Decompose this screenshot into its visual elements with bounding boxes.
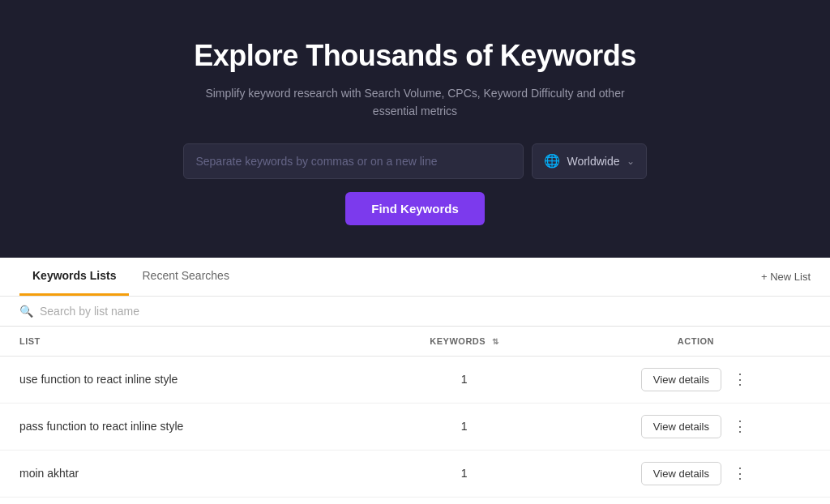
row-list-name: pass function to react inline style — [0, 403, 367, 450]
row-keywords-count: 1 — [367, 356, 562, 403]
table-row: use function to react inline style1View … — [0, 356, 830, 403]
more-options-button[interactable]: ⋮ — [729, 419, 751, 434]
globe-icon: 🌐 — [544, 153, 560, 169]
row-list-name: moin akhtar — [0, 450, 367, 497]
table-row: pass function to react inline style1View… — [0, 403, 830, 450]
keyword-input[interactable] — [183, 143, 524, 179]
table-row: moin akhtar1View details⋮ — [0, 450, 830, 497]
page-title: Explore Thousands of Keywords — [16, 39, 814, 73]
row-action-cell: View details⋮ — [562, 450, 830, 497]
more-options-button[interactable]: ⋮ — [729, 466, 751, 481]
view-details-button[interactable]: View details — [641, 462, 721, 485]
bottom-panel: Keywords Lists Recent Searches + New Lis… — [0, 258, 830, 504]
tab-keywords-lists[interactable]: Keywords Lists — [19, 258, 129, 296]
more-options-button[interactable]: ⋮ — [729, 372, 751, 387]
table-container: LIST KEYWORDS ⇅ ACTION use function to r… — [0, 327, 830, 504]
new-list-button[interactable]: + New List — [761, 271, 811, 283]
col-header-action: ACTION — [562, 327, 830, 357]
col-header-keywords[interactable]: KEYWORDS ⇅ — [367, 327, 562, 357]
region-label: Worldwide — [567, 155, 619, 168]
list-search-bar: 🔍 — [0, 297, 830, 327]
row-action-cell: View details⋮ — [562, 403, 830, 450]
row-keywords-count: 1 — [367, 497, 562, 504]
row-list-name: does sublime text have terminal — [0, 497, 367, 504]
tabs-left: Keywords Lists Recent Searches — [19, 258, 242, 296]
keywords-table: LIST KEYWORDS ⇅ ACTION use function to r… — [0, 327, 830, 504]
chevron-down-icon: ⌄ — [627, 156, 635, 167]
row-action-cell: View details⋮ — [562, 356, 830, 403]
region-dropdown[interactable]: 🌐 Worldwide ⌄ — [532, 143, 646, 179]
page-subtitle: Simplify keyword research with Search Vo… — [204, 84, 626, 121]
row-list-name: use function to react inline style — [0, 356, 367, 403]
search-icon: 🔍 — [19, 305, 33, 318]
row-keywords-count: 1 — [367, 450, 562, 497]
hero-section: Explore Thousands of Keywords Simplify k… — [0, 0, 830, 258]
sort-icon: ⇅ — [492, 337, 499, 346]
table-row: does sublime text have terminal1View det… — [0, 497, 830, 504]
col-header-list: LIST — [0, 327, 367, 357]
view-details-button[interactable]: View details — [641, 415, 721, 438]
row-keywords-count: 1 — [367, 403, 562, 450]
view-details-button[interactable]: View details — [641, 368, 721, 391]
find-keywords-button[interactable]: Find Keywords — [345, 192, 485, 225]
row-action-cell: View details⋮ — [562, 497, 830, 504]
list-search-input[interactable] — [40, 305, 811, 318]
search-row: 🌐 Worldwide ⌄ — [16, 143, 814, 179]
tabs-bar: Keywords Lists Recent Searches + New Lis… — [0, 258, 830, 297]
tab-recent-searches[interactable]: Recent Searches — [129, 258, 242, 296]
